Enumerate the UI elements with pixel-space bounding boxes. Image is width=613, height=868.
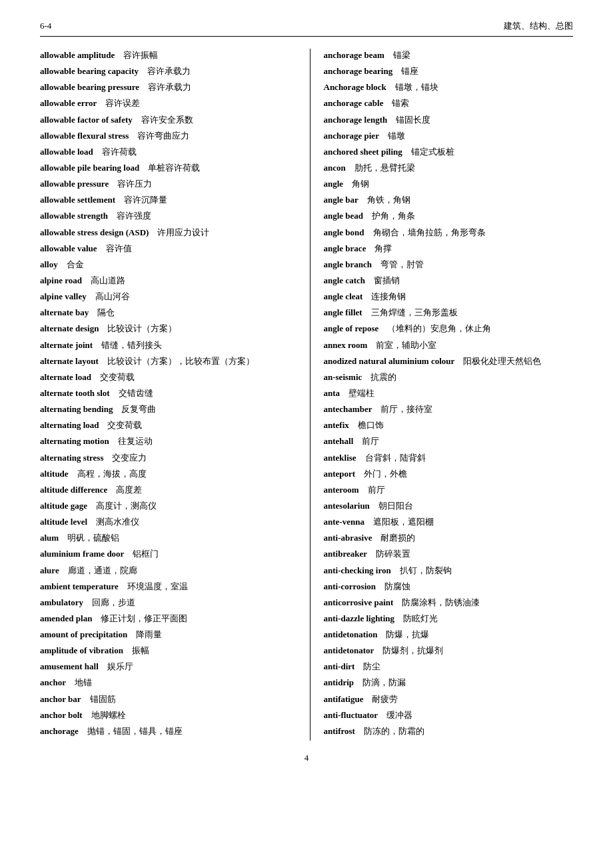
list-item: anchorage beam 锚梁 [324, 49, 574, 62]
list-item: amended plan 修正计划，修正平面图 [40, 612, 290, 625]
term: alpine valley [40, 291, 87, 301]
definition: 弯管，肘管 [372, 259, 424, 269]
definition: 角砌合，墙角拉筋，角形弯条 [364, 227, 486, 237]
list-item: altitude difference 高度差 [40, 483, 290, 497]
definition: 娱乐厅 [99, 661, 133, 671]
definition: 檐口饰 [349, 420, 384, 430]
list-item: allowable load 容许荷载 [40, 145, 290, 159]
list-item: allowable flexural stress 容许弯曲应力 [40, 129, 290, 143]
definition: 防眩灯光 [394, 613, 438, 623]
list-item: angle brace 角撑 [324, 242, 574, 255]
term: allowable bearing capacity [40, 66, 139, 76]
term: anta [324, 388, 340, 398]
definition: 交变应力 [103, 453, 147, 463]
list-item: angle bead 护角，角条 [324, 209, 574, 223]
column-divider [310, 49, 310, 741]
definition: 容许承载力 [139, 66, 191, 76]
list-item: anteklise 台背斜，陆背斜 [324, 451, 574, 465]
definition: 测高水准仪 [87, 517, 139, 527]
definition: 容许沉降量 [115, 195, 167, 205]
list-item: allowable settlement 容许沉降量 [40, 193, 290, 207]
term: amplitude of vibration [40, 645, 123, 655]
term: amended plan [40, 613, 92, 623]
right-column: anchorage beam 锚梁anchorage bearing 锚座Anc… [317, 49, 574, 741]
definition: 单桩容许荷载 [139, 163, 200, 173]
term: alternate load [40, 372, 91, 382]
list-item: allowable error 容许误差 [40, 97, 290, 110]
definition: 容许荷载 [93, 147, 137, 157]
list-item: antidetonator 防爆剂，抗爆剂 [324, 644, 574, 657]
list-item: alternating bending 反复弯曲 [40, 403, 290, 416]
definition: 朝日阳台 [370, 501, 413, 511]
term: alloy [40, 259, 58, 269]
term: antifrost [324, 726, 355, 736]
term: antefix [324, 420, 349, 430]
term: angle fillet [324, 307, 362, 317]
term: anti-corrosion [324, 581, 376, 591]
term: anti-dazzle lighting [324, 613, 395, 623]
list-item: anti-abrasive 耐磨损的 [324, 531, 574, 545]
list-item: allowable stress design (ASD) 许用应力设计 [40, 226, 290, 239]
definition: 防爆剂，抗爆剂 [374, 645, 443, 655]
definition: 扒钉，防裂钩 [391, 565, 452, 575]
list-item: amusement hall 娱乐厅 [40, 660, 290, 673]
term: allowable settlement [40, 195, 115, 205]
list-item: antidrip 防滴，防漏 [324, 676, 574, 689]
definition: 防滴，防漏 [354, 677, 406, 687]
list-item: aluminium frame door 铝框门 [40, 547, 290, 561]
list-item: allowable strength 容许强度 [40, 209, 290, 223]
list-item: angle bar 角铁，角钢 [324, 193, 574, 207]
term: allowable pressure [40, 179, 109, 189]
list-item: allowable value 容许值 [40, 242, 290, 255]
term: angle [324, 179, 344, 189]
list-item: altitude gage 高度计，测高仪 [40, 499, 290, 513]
footer-page-num: 4 [305, 753, 309, 763]
list-item: alternate layout 比较设计（方案），比较布置（方案） [40, 355, 290, 368]
list-item: antifatigue 耐疲劳 [324, 693, 574, 706]
term: anchorage [40, 726, 79, 736]
term: antidrip [324, 677, 354, 687]
term: annex room [324, 340, 368, 350]
list-item: anti-dirt 防尘 [324, 660, 574, 673]
term: alternating load [40, 420, 99, 430]
definition: 防腐涂料，防锈油漆 [393, 597, 480, 607]
page-header: 6-4 建筑、结构、总图 [40, 20, 573, 37]
definition: 容许弯曲应力 [129, 131, 189, 141]
definition: 比较设计（方案），比较布置（方案） [99, 356, 255, 366]
list-item: anti-checking iron 扒钉，防裂钩 [324, 564, 574, 577]
definition: 高度计，测高仪 [87, 501, 157, 511]
definition: 地脚螺栓 [83, 710, 126, 720]
definition: 高山河谷 [87, 291, 130, 301]
term: angle catch [324, 275, 365, 285]
list-item: anti-corrosion 防腐蚀 [324, 580, 574, 593]
term: alternating motion [40, 436, 109, 446]
term: alure [40, 565, 59, 575]
list-item: altitude 高程，海拔，高度 [40, 467, 290, 481]
definition: 往复运动 [109, 436, 153, 446]
list-item: antibreaker 防碎装置 [324, 547, 574, 561]
term: allowable flexural stress [40, 131, 129, 141]
list-item: allowable bearing capacity 容许承载力 [40, 65, 290, 78]
term: amusement hall [40, 661, 99, 671]
definition: 铝框门 [124, 549, 159, 559]
term: angle bar [324, 195, 358, 205]
definition: 台背斜，陆背斜 [356, 453, 426, 463]
definition: 明矾，硫酸铝 [59, 533, 119, 543]
definition: 前室，辅助小室 [367, 340, 436, 350]
term: allowable bearing pressure [40, 82, 139, 92]
term: Anchorage block [324, 82, 386, 92]
term: ancon [324, 163, 346, 173]
term: anteport [324, 469, 356, 479]
definition: 高山道路 [82, 275, 125, 285]
definition: 护角，角条 [363, 211, 415, 221]
list-item: antifrost 防冻的，防霜的 [324, 725, 574, 738]
list-item: alpine road 高山道路 [40, 274, 290, 287]
definition: 合金 [58, 259, 84, 269]
list-item: anchorage bearing 锚座 [324, 65, 574, 78]
definition: 交变荷载 [91, 372, 135, 382]
definition: 廊道，通道，院廊 [59, 565, 137, 575]
list-item: anta 壁端柱 [324, 387, 574, 400]
term: antifatigue [324, 694, 364, 704]
definition: 高程，海拔，高度 [69, 469, 147, 479]
definition: （堆料的）安息角，休止角 [378, 323, 491, 333]
